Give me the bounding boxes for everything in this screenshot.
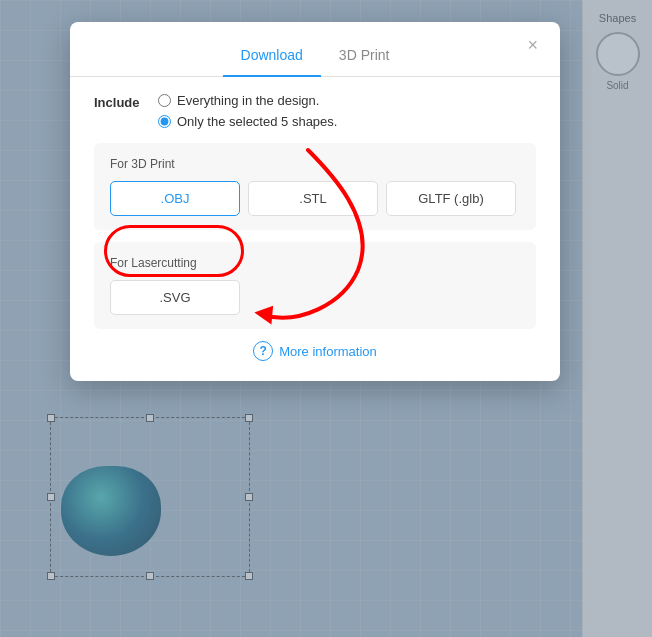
modal-tabs: Download 3D Print × [70,22,560,77]
radio-everything[interactable]: Everything in the design. [158,93,337,108]
format-btn-stl[interactable]: .STL [248,181,378,216]
radio-everything-label: Everything in the design. [177,93,319,108]
section-3dprint-title: For 3D Print [110,157,520,171]
section-3dprint: For 3D Print .OBJ .STL GLTF (.glb) [94,143,536,230]
format-buttons-lasercutting: .SVG [110,280,520,315]
modal-body: Include Everything in the design. Only t… [70,77,560,361]
tab-download[interactable]: Download [223,39,321,77]
include-row: Include Everything in the design. Only t… [94,93,536,129]
download-modal: Download 3D Print × Include Everything i… [70,22,560,381]
radio-selected[interactable]: Only the selected 5 shapes. [158,114,337,129]
radio-group: Everything in the design. Only the selec… [158,93,337,129]
modal-close-button[interactable]: × [521,32,544,58]
format-btn-gltf[interactable]: GLTF (.glb) [386,181,516,216]
more-info-label: More information [279,344,377,359]
radio-selected-input[interactable] [158,115,171,128]
more-info-row[interactable]: ? More information [94,341,536,361]
include-label: Include [94,93,146,110]
section-lasercutting: For Lasercutting .SVG [94,242,536,329]
format-btn-obj[interactable]: .OBJ [110,181,240,216]
tab-3dprint[interactable]: 3D Print [321,39,408,77]
radio-everything-input[interactable] [158,94,171,107]
more-info-icon: ? [253,341,273,361]
format-btn-svg[interactable]: .SVG [110,280,240,315]
radio-selected-label: Only the selected 5 shapes. [177,114,337,129]
format-buttons-3dprint: .OBJ .STL GLTF (.glb) [110,181,520,216]
section-lasercutting-title: For Lasercutting [110,256,520,270]
